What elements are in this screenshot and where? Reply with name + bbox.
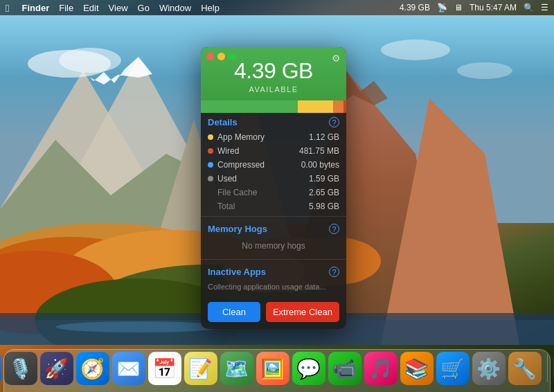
memory-hogs-title: Memory Hogs <box>208 224 267 234</box>
inactive-apps-title: Inactive Apps <box>208 267 266 277</box>
dot-app-memory <box>208 134 213 140</box>
memory-hogs-help-button[interactable]: ? <box>329 224 339 234</box>
dock-icon-utilities[interactable]: 🔧 <box>508 352 542 385</box>
widget-header: ⚙ 4.39 GB AVAILABLE <box>201 47 346 100</box>
dock-icon-maps[interactable]: 🗺️ <box>220 352 253 385</box>
menubar-help[interactable]: Help <box>201 3 220 13</box>
widget-buttons: Clean Extreme Clean <box>201 296 346 329</box>
svg-point-22 <box>457 62 512 79</box>
clean-button[interactable]: Clean <box>208 302 260 322</box>
dock-icon-safari[interactable]: 🧭 <box>76 352 109 385</box>
menubar-window[interactable]: Window <box>159 3 191 13</box>
memory-hogs-header: Memory Hogs ? <box>201 220 346 237</box>
inactive-apps-header: Inactive Apps ? <box>201 262 346 280</box>
menubar-time: Thu 5:47 AM <box>470 3 517 12</box>
widget-body: Details ? App Memory 1.12 GB Wired 481.7… <box>201 113 346 329</box>
svg-point-20 <box>59 48 121 73</box>
value-file-cache: 2.65 GB <box>309 188 339 197</box>
label-used: Used <box>217 174 237 184</box>
bar-wired <box>333 100 343 113</box>
row-file-cache: File Cache 2.65 GB <box>201 186 346 199</box>
apple-menu[interactable]:  <box>6 2 9 14</box>
value-app-memory: 1.12 GB <box>309 132 339 142</box>
bar-used <box>298 100 333 113</box>
menubar-battery: 4.39 GB <box>400 3 430 12</box>
dock-icon-syspref[interactable]: ⚙️ <box>472 352 506 385</box>
menubar-app-name[interactable]: Finder <box>21 3 49 13</box>
dock-icon-appstore[interactable]: 🛒 <box>436 352 470 385</box>
dot-used <box>208 176 213 181</box>
dock-separator <box>547 355 548 382</box>
row-wired: Wired 481.75 MB <box>201 144 346 158</box>
dot-wired <box>208 148 213 154</box>
memory-value: 4.39 GB <box>209 58 338 84</box>
label-wired: Wired <box>217 146 239 156</box>
menubar:  Finder File Edit View Go Window Help 4… <box>0 0 554 15</box>
row-app-memory: App Memory 1.12 GB <box>201 130 346 144</box>
menubar-file[interactable]: File <box>59 3 73 13</box>
memory-label: AVAILABLE <box>209 85 338 93</box>
dock-icon-itunes[interactable]: 🎵 <box>364 352 397 385</box>
dock-icon-ibooks[interactable]: 📚 <box>400 352 434 385</box>
value-total: 5.98 GB <box>309 202 339 211</box>
dock-icon-facetime[interactable]: 📹 <box>328 352 361 385</box>
divider-1 <box>201 216 346 217</box>
menubar-search-icon[interactable]: 🔍 <box>524 3 534 12</box>
dock-icon-messages[interactable]: 💬 <box>292 352 325 385</box>
minimize-button[interactable] <box>217 53 225 60</box>
label-app-memory: App Memory <box>217 132 265 142</box>
menubar-edit[interactable]: Edit <box>83 3 98 13</box>
menubar-right: 4.39 GB 📡 🖥 Thu 5:47 AM 🔍 ☰ <box>400 3 548 12</box>
dock-icon-launchpad[interactable]: 🚀 <box>40 352 73 385</box>
row-compressed: Compressed 0.00 bytes <box>201 158 346 172</box>
details-title: Details <box>208 117 238 127</box>
bar-compressed <box>343 100 346 113</box>
dock-icon-siri[interactable]: 🎙️ <box>4 352 37 385</box>
collecting-status-text: Collecting application usage data... <box>201 280 346 296</box>
menubar-list-icon[interactable]: ☰ <box>541 3 548 12</box>
details-header: Details ? <box>201 113 346 130</box>
memory-widget: ⚙ 4.39 GB AVAILABLE Details ? App Memory… <box>201 47 346 329</box>
menubar-left:  Finder File Edit View Go Window Help <box>6 2 220 14</box>
dot-compressed <box>208 162 213 168</box>
dock-icon-photos[interactable]: 🖼️ <box>256 352 289 385</box>
dock-icon-mail[interactable]: ✉️ <box>112 352 145 385</box>
dock-items: 🗂️ 🎙️ 🚀 🧭 ✉️ 📅 📝 🗺️ 🖼️ 💬 📹 🎵 📚 🛒 ⚙️ 🔧 🗑️ <box>0 352 554 389</box>
dock-icon-notes[interactable]: 📝 <box>184 352 217 385</box>
label-compressed: Compressed <box>217 160 265 170</box>
value-compressed: 0.00 bytes <box>301 160 339 170</box>
label-total: Total <box>208 202 235 211</box>
value-wired: 481.75 MB <box>299 146 339 156</box>
divider-2 <box>201 259 346 260</box>
details-help-button[interactable]: ? <box>329 117 339 127</box>
gear-icon[interactable]: ⚙ <box>332 53 341 64</box>
label-file-cache: File Cache <box>208 188 257 197</box>
menubar-cast-icon: 📡 <box>437 3 447 12</box>
traffic-lights <box>206 53 236 60</box>
inactive-apps-help-button[interactable]: ? <box>329 267 339 277</box>
menubar-view[interactable]: View <box>109 3 128 13</box>
bar-available <box>201 100 298 113</box>
no-memory-hogs-text: No memory hogs <box>201 237 346 256</box>
row-total: Total 5.98 GB <box>201 199 346 213</box>
dock-icon-calendar[interactable]: 📅 <box>148 352 181 385</box>
extreme-clean-button[interactable]: Extreme Clean <box>266 302 339 322</box>
dock-icon-finder[interactable]: 🗂️ <box>0 352 1 385</box>
dock: 🗂️ 🎙️ 🚀 🧭 ✉️ 📅 📝 🗺️ 🖼️ 💬 📹 🎵 📚 🛒 ⚙️ 🔧 🗑️ <box>0 345 554 392</box>
memory-bar <box>201 100 346 113</box>
menubar-display-icon: 🖥 <box>454 3 463 12</box>
svg-point-21 <box>381 39 450 60</box>
svg-point-18 <box>55 321 222 332</box>
close-button[interactable] <box>206 53 214 60</box>
row-used: Used 1.59 GB <box>201 172 346 186</box>
value-used: 1.59 GB <box>309 174 339 184</box>
maximize-button[interactable] <box>229 53 236 60</box>
menubar-go[interactable]: Go <box>138 3 150 13</box>
